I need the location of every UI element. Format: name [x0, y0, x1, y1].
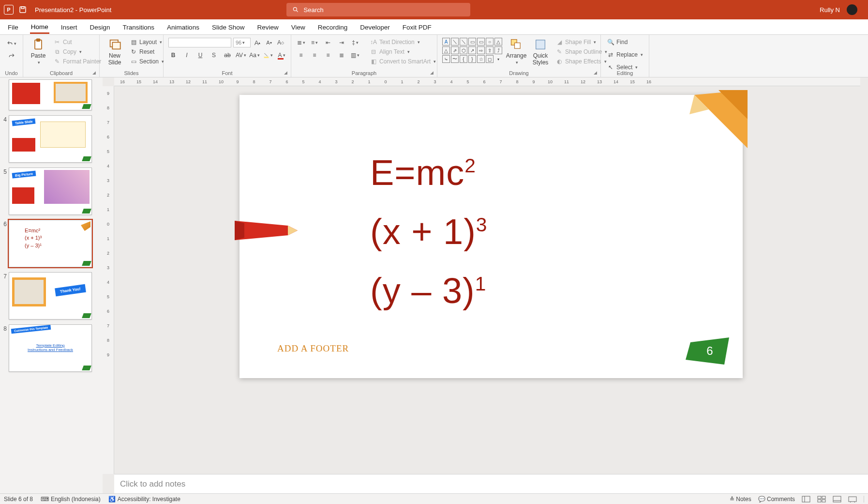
- justify-button[interactable]: ≣: [337, 50, 346, 60]
- align-text-icon: ⊟: [370, 48, 377, 56]
- paste-button[interactable]: Paste ▾: [28, 37, 48, 66]
- thumbnail-slide-6[interactable]: E=mc² (x + 1)³ (y – 3)¹: [9, 220, 92, 267]
- thumbnail-slide-8[interactable]: Customize this Template Template Editing…: [9, 324, 92, 372]
- view-reading-button[interactable]: [833, 496, 841, 503]
- character-spacing-button[interactable]: AV▾: [236, 50, 246, 60]
- user-name[interactable]: Rully N: [820, 6, 840, 14]
- section-button[interactable]: ▭ Section▾: [129, 57, 165, 66]
- convert-smartart-button[interactable]: ◧ Convert to SmartArt▾: [369, 57, 437, 66]
- slide-editor[interactable]: E=mc2 (x + 1)3 (y – 3)1 ADD A FOOTER 6: [239, 95, 743, 378]
- tab-recording[interactable]: Recording: [317, 21, 349, 33]
- thumbnail-row: 5 Big Picture: [1, 168, 101, 215]
- clipboard-dialog-launcher[interactable]: ◢: [92, 70, 98, 76]
- slide-footer-placeholder[interactable]: ADD A FOOTER: [277, 343, 349, 354]
- slide-canvas-scroll[interactable]: E=mc2 (x + 1)3 (y – 3)1 ADD A FOOTER 6: [114, 86, 868, 474]
- reset-button[interactable]: ↻ Reset: [129, 47, 165, 56]
- tab-review[interactable]: Review: [256, 21, 279, 33]
- increase-indent-button[interactable]: ⇥: [337, 38, 346, 47]
- font-dialog-launcher[interactable]: ◢: [284, 70, 290, 76]
- bullets-button[interactable]: ≣▾: [296, 38, 306, 47]
- tab-slide-show[interactable]: Slide Show: [211, 21, 246, 33]
- underline-button[interactable]: U: [195, 50, 205, 60]
- quick-styles-button[interactable]: Quick Styles: [530, 37, 551, 67]
- pencil-red-decoration: [235, 211, 302, 250]
- align-left-button[interactable]: ≡: [296, 50, 306, 60]
- tab-file[interactable]: File: [7, 21, 19, 33]
- arrange-button[interactable]: Arrange▾: [506, 37, 526, 66]
- search-box[interactable]: Search: [286, 3, 470, 16]
- columns-button[interactable]: ▥▾: [350, 50, 360, 60]
- status-notes-button[interactable]: ≙ Notes: [730, 496, 751, 503]
- replace-button[interactable]: ⇄ Replace▾: [606, 50, 644, 59]
- tab-foxit-pdf[interactable]: Foxit PDF: [402, 21, 433, 33]
- font-family-combo[interactable]: [168, 38, 231, 47]
- numbering-button[interactable]: ≡▾: [310, 38, 319, 47]
- italic-button[interactable]: I: [182, 50, 192, 60]
- font-color-button[interactable]: A▾: [277, 50, 286, 60]
- tab-animations[interactable]: Animations: [166, 21, 200, 33]
- text-direction-label: Text Direction: [379, 39, 415, 46]
- strikethrough-button[interactable]: ab: [223, 50, 232, 60]
- notes-pane[interactable]: Click to add notes: [114, 474, 868, 493]
- shapes-gallery[interactable]: A＼＼▭▭○△ △⇗⬡↗⇨⇧⤴ ⤷〜{}☆◻▾: [442, 38, 502, 63]
- font-size-combo[interactable]: 96▾: [233, 38, 251, 47]
- slide-thumbnails-panel[interactable]: 4 Table Slide 5 Big Picture 6 E=mc²: [0, 77, 103, 493]
- shadow-button[interactable]: S: [209, 50, 219, 60]
- tab-insert[interactable]: Insert: [60, 21, 78, 33]
- text-direction-icon: ↕A: [370, 38, 377, 46]
- change-case-button[interactable]: Aa▾: [250, 50, 259, 60]
- thumbnail-slide-7[interactable]: Thank You!: [9, 272, 92, 320]
- align-right-button[interactable]: ≡: [323, 50, 333, 60]
- user-avatar[interactable]: [847, 4, 857, 15]
- decrease-font-size-button[interactable]: A▾: [264, 38, 274, 47]
- format-painter-label: Format Painter: [63, 58, 101, 65]
- clear-formatting-button[interactable]: A◇: [276, 38, 285, 47]
- new-slide-button[interactable]: New Slide: [105, 37, 125, 67]
- tab-view[interactable]: View: [290, 21, 306, 33]
- thumbnail-slide-3[interactable]: [9, 79, 92, 110]
- shape-effects-button[interactable]: ◐ Shape Effects▾: [554, 57, 608, 66]
- decrease-indent-button[interactable]: ⇤: [323, 38, 333, 47]
- drawing-dialog-launcher[interactable]: ◢: [594, 70, 599, 76]
- tab-transitions[interactable]: Transitions: [122, 21, 156, 33]
- shape-textbox-icon[interactable]: A: [442, 38, 450, 46]
- copy-button[interactable]: ⧉ Copy▾: [52, 47, 102, 56]
- status-language[interactable]: ⌨English (Indonesia): [41, 496, 101, 503]
- view-slideshow-button[interactable]: [848, 496, 857, 503]
- redo-button[interactable]: [7, 51, 16, 61]
- shape-outline-button[interactable]: ✎ Shape Outline▾: [554, 47, 608, 56]
- layout-button[interactable]: ▤ Layout▾: [129, 38, 165, 46]
- view-sorter-button[interactable]: [817, 496, 826, 503]
- svg-rect-26: [833, 496, 841, 502]
- svg-rect-0: [20, 7, 26, 13]
- svg-text:6: 6: [706, 344, 713, 357]
- thumbnail-slide-5[interactable]: Big Picture: [9, 168, 92, 215]
- tab-home[interactable]: Home: [30, 20, 49, 34]
- tab-developer[interactable]: Developer: [359, 21, 391, 33]
- bold-button[interactable]: B: [168, 50, 178, 60]
- status-comments-button[interactable]: 💬 Comments: [758, 496, 795, 503]
- find-button[interactable]: 🔍 Find: [606, 38, 629, 46]
- cut-button[interactable]: ✂ Cut: [52, 38, 102, 46]
- increase-font-size-button[interactable]: A▴: [253, 38, 262, 47]
- format-painter-button[interactable]: ✎ Format Painter: [52, 57, 102, 66]
- align-center-button[interactable]: ≡: [310, 50, 319, 60]
- align-text-button[interactable]: ⊟ Align Text▾: [369, 47, 437, 56]
- undo-button[interactable]: ▾: [7, 39, 16, 48]
- autosave-icon[interactable]: [18, 5, 27, 14]
- text-direction-button[interactable]: ↕A Text Direction▾: [369, 38, 437, 46]
- canvas-area: 1615141312111098765432101234567891011121…: [103, 77, 868, 493]
- formula-sup-1: 2: [464, 154, 476, 177]
- shape-fill-button[interactable]: ◢ Shape Fill▾: [554, 38, 608, 46]
- line-spacing-button[interactable]: ‡▾: [350, 38, 360, 47]
- thumbnail-link: Instructions and Feedback: [9, 348, 91, 352]
- paragraph-dialog-launcher[interactable]: ◢: [430, 70, 436, 76]
- thumbnail-row: 8 Customize this Template Template Editi…: [1, 324, 101, 372]
- slide-text-content[interactable]: E=mc2 (x + 1)3 (y – 3)1: [370, 143, 487, 321]
- thumbnail-slide-4[interactable]: Table Slide: [9, 115, 92, 163]
- tab-design[interactable]: Design: [89, 21, 111, 33]
- status-accessibility[interactable]: ♿Accessibility: Investigate: [108, 496, 180, 503]
- highlight-button[interactable]: ▾: [263, 50, 273, 60]
- view-normal-button[interactable]: [802, 496, 810, 503]
- formula-sup-3: 1: [475, 273, 487, 295]
